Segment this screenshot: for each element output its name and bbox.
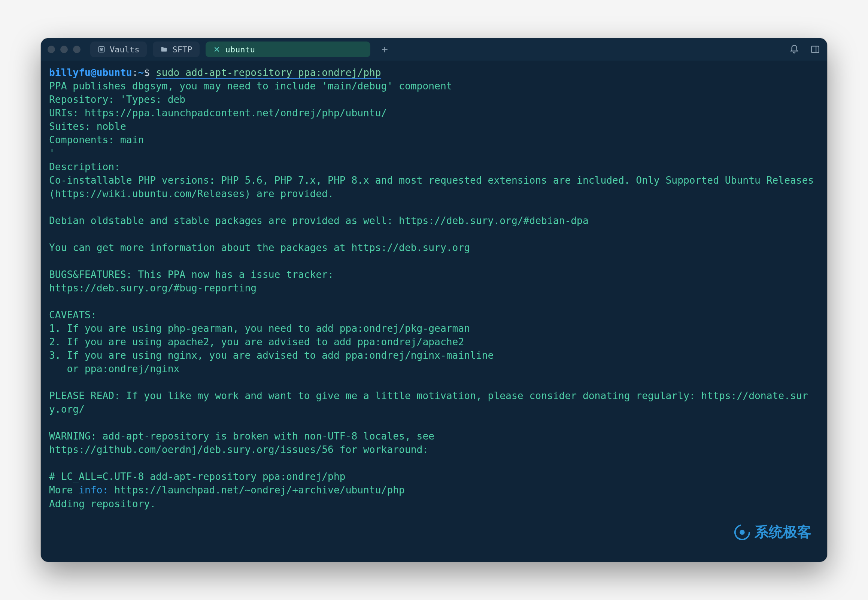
- watermark: 系统极客: [734, 523, 812, 542]
- svg-rect-3: [812, 46, 819, 52]
- close-dot[interactable]: [47, 45, 55, 53]
- output-line: ': [49, 148, 55, 159]
- output-line: https://github.com/oerdnj/deb.sury.org/i…: [49, 444, 429, 455]
- output-line: 1. If you are using php-gearman, you nee…: [49, 323, 470, 334]
- output-line: 2. If you are using apache2, you are adv…: [49, 336, 464, 347]
- new-tab-button[interactable]: +: [378, 42, 391, 56]
- command-text: sudo add-apt-repository ppa:ondrej/php: [156, 67, 381, 79]
- output-line: PPA publishes dbgsym, you may need to in…: [49, 80, 452, 92]
- prompt-symbol: $: [144, 67, 150, 78]
- output-line: or ppa:ondrej/nginx: [49, 363, 179, 374]
- tab-label: SFTP: [172, 45, 192, 54]
- prompt-sep: :: [132, 67, 138, 78]
- output-line: BUGS&FEATURES: This PPA now has a issue …: [49, 269, 334, 280]
- tab-label: ubuntu: [225, 45, 255, 54]
- watermark-icon: [734, 524, 751, 541]
- output-line: Repository: 'Types: deb: [49, 94, 185, 105]
- output-line: Components: main: [49, 134, 144, 145]
- output-line: # LC_ALL=C.UTF-8 add-apt-repository ppa:…: [49, 471, 346, 482]
- prompt-user-host: billyfu@ubuntu: [49, 67, 132, 78]
- svg-point-6: [740, 530, 745, 535]
- output-line: WARNING: add-apt-repository is broken wi…: [49, 430, 434, 442]
- output-line: Suites: noble: [49, 121, 126, 132]
- output-line: More info: https://launchpad.net/~ondrej…: [49, 485, 405, 495]
- output-line: CAVEATS:: [49, 309, 97, 321]
- prompt-path: ~: [138, 67, 144, 78]
- output-line: https://deb.sury.org/#bug-reporting: [49, 282, 257, 294]
- terminal-window: Vaults SFTP ubuntu + billyfu@ubuntu:~$ s…: [41, 38, 827, 562]
- tab-label: Vaults: [110, 45, 139, 54]
- tab-ubuntu[interactable]: ubuntu: [205, 41, 370, 57]
- close-icon[interactable]: [213, 45, 220, 53]
- vault-icon: [98, 45, 105, 53]
- minimize-dot[interactable]: [60, 45, 68, 53]
- output-line: 3. If you are using nginx, you are advis…: [49, 350, 494, 361]
- watermark-text: 系统极客: [754, 523, 812, 542]
- output-line: You can get more information about the p…: [49, 242, 470, 253]
- tab-sftp[interactable]: SFTP: [153, 41, 199, 57]
- title-bar: Vaults SFTP ubuntu +: [41, 38, 827, 61]
- output-line: Debian oldstable and stable packages are…: [49, 215, 589, 226]
- output-line: Description:: [49, 161, 120, 173]
- svg-point-2: [101, 49, 102, 50]
- output-line: Co-installable PHP versions: PHP 5.6, PH…: [49, 175, 820, 199]
- output-line: PLEASE READ: If you like my work and wan…: [49, 390, 808, 415]
- window-controls: [47, 45, 81, 53]
- info-keyword: info:: [79, 485, 108, 495]
- folder-icon: [160, 45, 168, 53]
- tab-vaults[interactable]: Vaults: [90, 41, 147, 57]
- output-line: Adding repository.: [49, 498, 156, 509]
- terminal-body[interactable]: billyfu@ubuntu:~$ sudo add-apt-repositor…: [41, 61, 827, 562]
- titlebar-right: [789, 44, 821, 55]
- notifications-icon[interactable]: [789, 44, 800, 55]
- output-line: URIs: https://ppa.launchpadcontent.net/o…: [49, 108, 387, 118]
- maximize-dot[interactable]: [73, 45, 81, 53]
- panel-icon[interactable]: [810, 44, 821, 55]
